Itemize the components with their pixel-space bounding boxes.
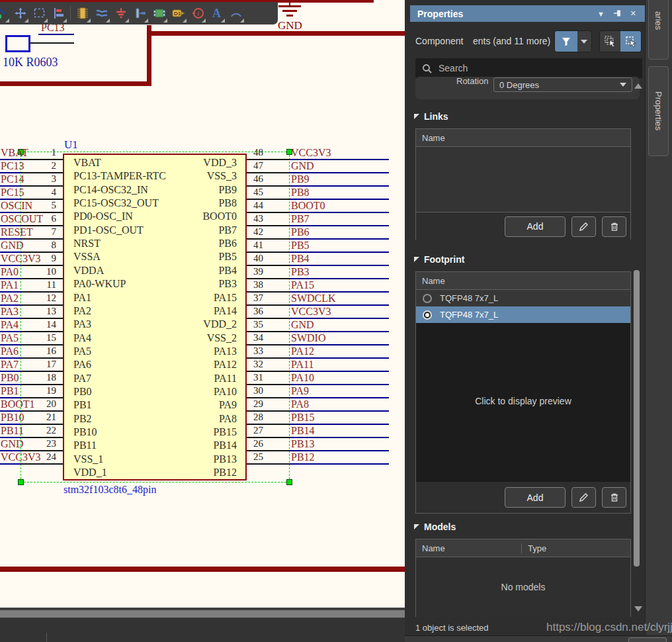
tab-properties[interactable]: Properties xyxy=(648,66,669,156)
panel-title-bar[interactable]: Properties ▼ ✕ xyxy=(410,5,645,22)
bottom-right-partial-button[interactable] xyxy=(628,637,667,642)
component-designator[interactable]: U1 xyxy=(64,138,78,152)
gnd-power-symbol[interactable]: GND xyxy=(273,0,310,37)
place-text-string-icon[interactable]: A xyxy=(207,3,226,23)
filter-button[interactable] xyxy=(555,31,577,52)
schematic-canvas[interactable]: PC13 10K R0603 GND U1 VBAT1VBATPC132PC13… xyxy=(0,0,405,608)
links-add-button[interactable]: Add xyxy=(505,216,566,237)
net-label[interactable]: PB10 xyxy=(1,412,24,423)
net-label[interactable]: GND xyxy=(1,438,24,449)
align-objects-icon[interactable] xyxy=(49,3,68,23)
net-label[interactable]: PB0 xyxy=(1,372,19,383)
resistor-value-label[interactable]: 10K R0603 xyxy=(3,56,58,69)
wire[interactable] xyxy=(0,463,22,465)
select-overlapping-button[interactable] xyxy=(600,31,620,52)
selection-rect-icon[interactable] xyxy=(30,3,49,23)
net-label[interactable]: PB9 xyxy=(291,173,310,185)
net-label[interactable]: BOOT0 xyxy=(291,200,325,211)
net-label[interactable]: VCC3V3 xyxy=(291,306,331,317)
net-label[interactable]: PA8 xyxy=(291,398,309,410)
radio-selected-icon[interactable] xyxy=(423,310,432,320)
net-label[interactable]: PB14 xyxy=(291,425,315,436)
place-probe-icon[interactable] xyxy=(130,3,149,23)
place-arc-icon[interactable] xyxy=(226,3,245,23)
net-label[interactable]: PB1 xyxy=(1,385,19,396)
models-section-header[interactable]: Models xyxy=(414,522,456,532)
net-label[interactable]: PB12 xyxy=(291,451,315,463)
no-erc-marker-icon[interactable]: i xyxy=(188,3,207,23)
radio-icon[interactable] xyxy=(423,294,432,303)
place-part-icon[interactable] xyxy=(73,3,92,23)
net-label[interactable]: PA3 xyxy=(1,306,19,317)
links-column-name[interactable]: Name xyxy=(416,133,445,143)
models-column-type[interactable]: Type xyxy=(521,543,546,553)
net-label[interactable]: PB13 xyxy=(291,438,315,449)
net-label[interactable]: PA15 xyxy=(291,279,314,291)
bus-line[interactable] xyxy=(0,81,151,86)
net-label[interactable]: PB4 xyxy=(291,253,310,264)
models-column-name[interactable]: Name xyxy=(416,543,521,553)
links-delete-button[interactable] xyxy=(602,216,626,237)
footprint-edit-button[interactable] xyxy=(571,487,596,508)
selection-handle[interactable] xyxy=(286,479,292,485)
footprint-column-name[interactable]: Name xyxy=(416,276,445,286)
vertical-scrollbar-thumb[interactable] xyxy=(634,270,640,567)
bus-line[interactable] xyxy=(0,567,405,572)
net-label[interactable]: VBAT xyxy=(1,147,28,158)
footprint-add-button[interactable]: Add xyxy=(505,487,566,508)
place-signal-harness-icon[interactable] xyxy=(92,3,111,23)
links-list-body[interactable] xyxy=(416,147,630,212)
selection-handle[interactable] xyxy=(18,479,24,485)
net-label[interactable]: GND xyxy=(291,160,314,171)
net-label[interactable]: PA5 xyxy=(1,332,19,344)
net-label[interactable]: PA12 xyxy=(291,345,314,357)
tab-libraries[interactable]: aries xyxy=(648,0,669,60)
net-label[interactable]: PA2 xyxy=(1,293,19,304)
net-label[interactable]: PA0 xyxy=(1,266,19,277)
models-empty-body[interactable]: No models xyxy=(416,557,630,617)
component-comment[interactable]: stm32f103c8t6_48pin xyxy=(63,484,156,496)
net-label[interactable]: SWDIO xyxy=(291,332,325,344)
rotation-dropdown[interactable]: 0 Degrees xyxy=(493,77,632,92)
net-label[interactable]: PC13 xyxy=(1,160,24,171)
net-label[interactable]: PA1 xyxy=(1,279,19,291)
footprint-section-header[interactable]: Footprint xyxy=(414,254,464,265)
net-label[interactable]: PC15 xyxy=(1,187,24,198)
net-label[interactable]: GND xyxy=(1,240,24,251)
panel-menu-icon[interactable]: ▼ xyxy=(597,10,605,18)
net-label[interactable]: PA4 xyxy=(1,319,19,330)
net-label[interactable]: SWDCLK xyxy=(291,293,336,304)
panel-close-icon[interactable]: ✕ xyxy=(630,9,636,18)
footprint-preview[interactable]: Click to display preview xyxy=(416,323,630,482)
links-edit-button[interactable] xyxy=(571,216,596,237)
links-section-header[interactable]: Links xyxy=(414,111,448,122)
scroll-down-arrow[interactable] xyxy=(634,606,642,612)
place-power-port-icon[interactable] xyxy=(111,3,130,23)
panel-pin-icon[interactable] xyxy=(613,9,622,19)
net-label[interactable]: PA11 xyxy=(291,359,314,370)
net-label[interactable]: GND xyxy=(291,319,314,330)
net-label[interactable]: PA7 xyxy=(1,359,19,370)
footprint-row[interactable]: TQFP48 7x7_L xyxy=(416,290,630,306)
net-label[interactable]: PB11 xyxy=(1,425,24,436)
footprint-row[interactable]: TQFP48 7x7_L xyxy=(416,306,630,323)
net-label[interactable]: PB15 xyxy=(291,412,315,423)
net-label[interactable]: VCC3V3 xyxy=(291,147,331,158)
horizontal-scrollbar-thumb[interactable] xyxy=(0,610,405,618)
wiring-tool-icon[interactable] xyxy=(0,3,11,23)
resistor-symbol[interactable] xyxy=(5,35,30,52)
select-inside-button[interactable] xyxy=(620,31,641,52)
place-sheet-symbol-icon[interactable] xyxy=(149,3,169,23)
net-label[interactable]: PC14 xyxy=(1,173,24,185)
net-label[interactable]: PB3 xyxy=(291,266,310,277)
scroll-up-arrow[interactable] xyxy=(634,83,642,89)
net-label[interactable]: PA9 xyxy=(291,385,309,396)
wire[interactable] xyxy=(289,463,389,465)
net-label[interactable]: PA10 xyxy=(291,372,314,383)
net-label[interactable]: PB7 xyxy=(291,213,310,224)
move-crosshair-icon[interactable] xyxy=(11,3,30,23)
net-label[interactable]: PA6 xyxy=(1,345,19,357)
net-label[interactable]: PB5 xyxy=(291,240,310,251)
footprint-delete-button[interactable] xyxy=(602,487,626,508)
search-input[interactable]: Search xyxy=(415,58,642,78)
